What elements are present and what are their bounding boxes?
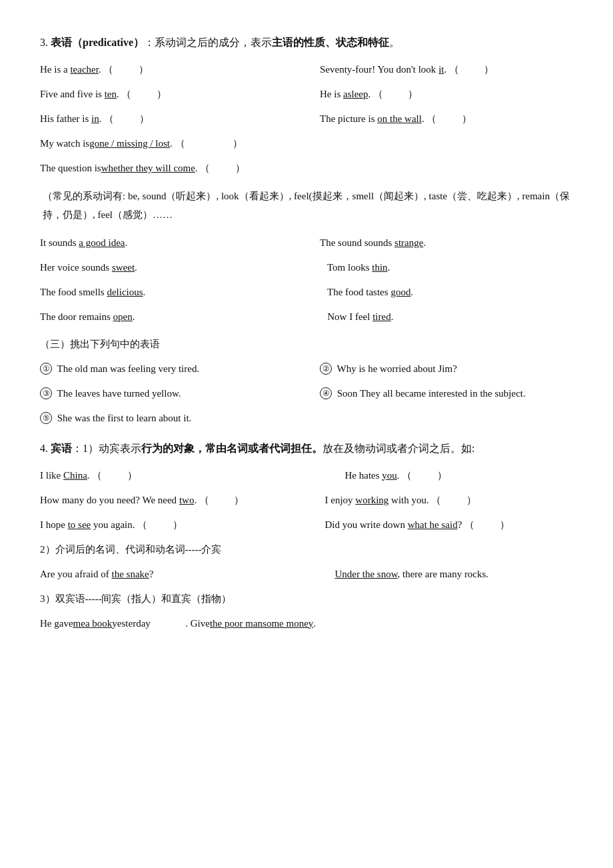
exercise-row-2: ③ The leaves have turned yellow. ④ Soon … [40,385,573,403]
section4-title: 4. 宾语：1）动宾表示行为的对象，常由名词或者代词担任。放在及物动词或者介词之… [40,439,573,459]
example2-row-1: It sounds a good idea. The sound sounds … [40,234,573,252]
example2-3-left: The food smells delicious. [40,283,320,301]
sec4-sub2-right: Under the snow, there are many rocks. [320,565,573,583]
underline-asleep: asleep [343,89,368,99]
circle-num-2: ② [320,363,332,375]
underline-working: working [355,495,388,505]
section4: 4. 宾语：1）动宾表示行为的对象，常由名词或者代词担任。放在及物动词或者介词之… [40,439,573,633]
underline-to-see: to see [68,519,91,530]
underline-some-money: some money [263,615,313,633]
example2-row-3: The food smells delicious. The food tast… [40,283,573,301]
underline-good: good [390,287,410,297]
circle-num-4: ④ [320,387,332,399]
circle-num-5: ⑤ [40,412,52,424]
underline-thin: thin [372,262,387,273]
page-content: 3. 表语（predicative）：系动词之后的成分，表示主语的性质、状态和特… [40,33,573,633]
underline-under-snow: Under the snow [335,569,398,579]
sec4-example-row-2: How many do you need? We need two. （ ） I… [40,491,573,509]
example-row-2: Five and five is ten. （ ） He is asleep. … [40,85,573,103]
exercise-2-left: ③ The leaves have turned yellow. [40,385,320,403]
sec4-example-row-3: I hope to see you again. （ ） Did you wri… [40,516,573,534]
underline-a-book: a book [85,615,112,633]
underline-gone: gone / missing / lost [89,135,170,153]
circle-num-3: ③ [40,387,52,399]
example-2-right: He is asleep. （ ） [320,85,573,103]
sec4-ex-1-right: He hates you. （ ） [320,467,573,485]
sec4-subtitle2: 2）介词后的名词、代词和动名词-----介宾 [40,541,573,559]
exercise-2-right: ④ Soon They all became interested in the… [320,385,573,403]
exercises3-title: （三）挑出下列句中的表语 [40,335,573,353]
underline-strange: strange [394,237,423,248]
sec4-ex-1-left: I like China. （ ） [40,467,320,485]
underline-open: open [113,311,133,322]
sec4-sub2-examples: Are you afraid of the snake? Under the s… [40,565,573,583]
sec4-ex-2-right: I enjoy working with you. （ ） [320,491,573,509]
example-1-left: He is a teacher. （ ） [40,61,320,79]
underline-whether: whether they will come [101,159,195,177]
circle-num-1: ① [40,363,52,375]
example-3-right: The picture is on the wall. （ ） [320,110,573,128]
example-1-right: Seventy-four! You don't look it. （ ） [320,61,573,79]
example-row-3: His father is in. （ ） The picture is on … [40,110,573,128]
example-single-1: My watch is gone / missing / lost. （ ） [40,135,573,153]
underline-snake: the snake [111,569,149,579]
underline-delicious: delicious [107,287,143,297]
section4-term: 宾语 [51,443,72,454]
sec4-subtitle3: 3）双宾语-----间宾（指人）和直宾（指物） [40,590,573,608]
underline-what-he-said: what he said [408,519,458,530]
example-3-left: His father is in. （ ） [40,110,320,128]
example2-2-left: Her voice sounds sweet. [40,259,320,277]
underline-china: China [63,470,87,481]
example-row-1: He is a teacher. （ ） Seventy-four! You d… [40,61,573,79]
example2-4-right: Now I feel tired. [320,308,573,326]
underline-ten: ten [105,89,117,99]
example2-3-right: The food tastes good. [320,283,573,301]
sec4-sub2-left: Are you afraid of the snake? [40,565,320,583]
example2-1-right: The sound sounds strange. [320,234,573,252]
example2-1-left: It sounds a good idea. [40,234,320,252]
sec4-ex-2-left: How many do you need? We need two. （ ） [40,491,320,509]
example-single-2: The question is whether they will come. … [40,159,573,177]
section3-term: 表语（predicative） [51,37,144,48]
sec4-ex-3-right: Did you write down what he said? （ ） [320,516,573,534]
underline-tired: tired [372,311,391,322]
sec4-example-row-1: I like China. （ ） He hates you. （ ） [40,467,573,485]
section3-title: 3. 表语（predicative）：系动词之后的成分，表示主语的性质、状态和特… [40,33,573,53]
sec4-sub3-examples: He gave me a book yesterday . Give the p… [40,615,573,633]
example2-4-left: The door remains open. [40,308,320,326]
underline-on-the-wall: on the wall [377,113,422,124]
example2-row-2: Her voice sounds sweet. Tom looks thin. [40,259,573,277]
underline-me: me [73,615,85,633]
sec4-ex-3-left: I hope to see you again. （ ） [40,516,320,534]
example2-2-right: Tom looks thin. [320,259,573,277]
example-2-left: Five and five is ten. （ ） [40,85,320,103]
underline-in: in [91,113,99,124]
underline-you: you [382,470,397,481]
underline-poor-man: the poor man [210,615,263,633]
exercise-row-3: ⑤ She was the first to learn about it. [40,409,573,427]
underline-it: it [438,64,444,75]
underline-sweet: sweet [112,262,135,273]
exercise-1-right: ② Why is he worried about Jim? [320,360,573,378]
underline-good-idea: a good idea [79,237,125,248]
exercise-row-1: ① The old man was feeling very tired. ② … [40,360,573,378]
note-linking-verbs: （常见的系动词有: be, sound（听起来）, look（看起来）, fee… [40,187,573,225]
example2-row-4: The door remains open. Now I feel tired. [40,308,573,326]
underline-two: two [179,495,195,505]
underline-teacher: teacher [70,64,98,75]
exercise-1-left: ① The old man was feeling very tired. [40,360,320,378]
